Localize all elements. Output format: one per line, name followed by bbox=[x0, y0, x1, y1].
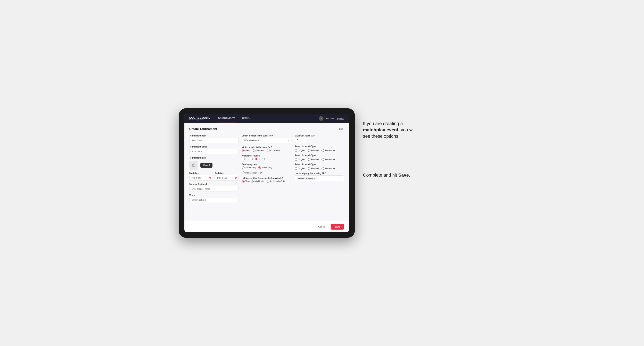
round3-match-type-group: Round 3 - Match Type Singles Fourball bbox=[295, 163, 344, 170]
individuals-only[interactable]: Individuals Only bbox=[267, 180, 285, 183]
scoring-match-label: Match Play bbox=[262, 167, 272, 169]
tournament-logo-group: Tournament logo Upload bbox=[189, 157, 239, 170]
sponsor-input[interactable] bbox=[189, 186, 239, 192]
scoring-stroke-play[interactable]: Stroke Play bbox=[242, 166, 256, 169]
round3-singles-label: Singles bbox=[298, 167, 305, 170]
annotations: If you are creating a matchplay event, y… bbox=[363, 108, 466, 178]
round-2-label: 2 bbox=[252, 158, 253, 160]
round-1[interactable]: 1 bbox=[242, 158, 247, 161]
max-team-size-input[interactable] bbox=[295, 138, 307, 143]
teams-plus-individuals[interactable]: Teams (+Individuals) bbox=[242, 180, 264, 183]
third-party-group: Use third-party live scoring API? Leader… bbox=[295, 172, 344, 181]
rounds-radio-group: 1 2 3 bbox=[242, 158, 291, 161]
round2-match-type-group: Round 2 - Match Type Singles Fourball bbox=[295, 154, 344, 161]
scoring-match-play[interactable]: Match Play bbox=[258, 166, 272, 169]
round1-singles[interactable]: Singles bbox=[295, 149, 305, 152]
form-col-middle: Which division is the event for? NCAA Di… bbox=[242, 135, 291, 203]
round1-fourball-label: Fourball bbox=[311, 149, 318, 152]
division-select[interactable]: NCAA Division I NCAA Division II NAIA bbox=[242, 138, 291, 143]
nav-tab-teams[interactable]: TEAMS bbox=[241, 114, 250, 123]
round2-foursomes-label: Foursomes bbox=[325, 158, 335, 161]
round2-singles[interactable]: Singles bbox=[295, 158, 305, 161]
round-4[interactable]: 4 bbox=[262, 158, 267, 161]
logo-placeholder bbox=[189, 161, 198, 170]
signout-link[interactable]: Sign out bbox=[337, 117, 344, 120]
tablet-screen: SCOREBOARD Powered by clippit TOURNAMENT… bbox=[184, 114, 349, 232]
round2-fourball[interactable]: Fourball bbox=[308, 158, 318, 161]
gender-radio-group: Mens Womens Combined bbox=[242, 149, 291, 152]
scoring-stroke-label: Stroke Play bbox=[246, 167, 256, 169]
division-select-wrapper: NCAA Division I NCAA Division II NAIA ▼ bbox=[242, 138, 291, 143]
round1-match-type-group: Round 1 - Match Type Singles Fourball bbox=[295, 145, 344, 152]
avatar: T bbox=[319, 116, 324, 121]
division-group: Which division is the event for? NCAA Di… bbox=[242, 135, 291, 143]
tournament-logo-label: Tournament logo bbox=[189, 157, 239, 159]
tournament-host-group: Tournament Host bbox=[189, 135, 239, 143]
nav-bar: SCOREBOARD Powered by clippit TOURNAMENT… bbox=[184, 114, 349, 123]
third-party-chevron-icon: ▼ bbox=[340, 177, 342, 179]
third-party-label: Use third-party live scoring API? bbox=[295, 172, 344, 174]
annotation-matchplay-text: If you are creating a matchplay event, y… bbox=[363, 121, 420, 139]
start-date-input[interactable] bbox=[189, 175, 213, 181]
annotation-save: Complete and hit Save. bbox=[363, 172, 466, 178]
gender-group: Which gender is the event for? Mens Wome… bbox=[242, 146, 291, 152]
tag-close-icon[interactable]: ✕ bbox=[314, 177, 315, 179]
page-header: Create Tournament ← Back bbox=[189, 127, 344, 131]
cancel-button[interactable]: Cancel bbox=[315, 224, 329, 230]
gender-mens[interactable]: Mens bbox=[242, 149, 250, 152]
round1-foursomes[interactable]: Foursomes bbox=[322, 149, 335, 152]
gender-combined[interactable]: Combined bbox=[267, 149, 280, 152]
save-button[interactable]: Save bbox=[331, 224, 344, 230]
rounds-label: Number of rounds bbox=[242, 155, 291, 157]
round1-fourball[interactable]: Fourball bbox=[308, 149, 318, 152]
round-2[interactable]: 2 bbox=[248, 158, 253, 161]
division-label: Which division is the event for? bbox=[242, 135, 291, 137]
teams-plus-label: Teams (+Individuals) bbox=[246, 180, 264, 182]
teams-group: Is this event for Teams and/or Individua… bbox=[242, 177, 291, 183]
round2-foursomes[interactable]: Foursomes bbox=[322, 158, 335, 161]
scoring-medal-match[interactable]: Medal Match Play bbox=[242, 172, 262, 174]
scoring-label: Scoring system bbox=[242, 163, 291, 166]
max-team-size-group: Maximum Team Size bbox=[295, 135, 344, 143]
start-date-wrapper: 📅 bbox=[189, 175, 213, 181]
round2-options: Singles Fourball Foursomes bbox=[295, 158, 344, 161]
venue-input[interactable] bbox=[189, 197, 239, 203]
gender-combined-label: Combined bbox=[270, 149, 280, 152]
sponsor-group: Sponsor (optional) bbox=[189, 183, 239, 192]
start-date-group: Start date 📅 bbox=[189, 172, 213, 181]
tournament-host-label: Tournament Host bbox=[189, 135, 239, 137]
tournament-host-input[interactable] bbox=[189, 138, 239, 143]
round-3-label: 3 bbox=[259, 158, 260, 160]
round1-options: Singles Fourball Foursomes bbox=[295, 149, 344, 152]
form-footer: Cancel Save bbox=[184, 221, 349, 232]
gender-womens[interactable]: Womens bbox=[253, 149, 264, 152]
third-party-tag: Leaderboard King ✕ bbox=[297, 177, 316, 180]
tournament-name-label: Tournament name bbox=[189, 146, 239, 148]
svg-point-1 bbox=[193, 164, 194, 165]
page-title: Create Tournament bbox=[189, 127, 217, 131]
round3-singles[interactable]: Singles bbox=[295, 167, 305, 170]
tournament-name-input[interactable] bbox=[189, 149, 239, 154]
round3-fourball[interactable]: Fourball bbox=[308, 167, 318, 170]
round3-foursomes[interactable]: Foursomes bbox=[322, 167, 335, 170]
gender-mens-label: Mens bbox=[246, 149, 250, 152]
third-party-select[interactable]: Leaderboard King ✕ ▼ bbox=[295, 175, 344, 181]
venue-group: Venue ▼ bbox=[189, 194, 239, 203]
round-4-label: 4 bbox=[266, 158, 267, 160]
upload-button[interactable]: Upload bbox=[200, 163, 213, 168]
max-team-size-label: Maximum Team Size bbox=[295, 135, 344, 137]
scoring-group: Scoring system Stroke Play Match Play bbox=[242, 163, 291, 174]
nav-tab-tournaments[interactable]: TOURNAMENTS bbox=[217, 114, 236, 123]
back-link[interactable]: ← Back bbox=[336, 128, 344, 130]
scoring-radio-group: Stroke Play Match Play Medal Match Play bbox=[242, 166, 291, 174]
teams-label: Is this event for Teams and/or Individua… bbox=[242, 177, 291, 179]
nav-logo: SCOREBOARD Powered by clippit bbox=[189, 116, 211, 121]
round-3[interactable]: 3 bbox=[255, 158, 260, 161]
dates-group: Start date 📅 End date bbox=[189, 172, 239, 181]
annotation-matchplay: If you are creating a matchplay event, y… bbox=[363, 121, 466, 139]
content-area: Create Tournament ← Back Tournament Host… bbox=[184, 123, 349, 221]
end-date-input[interactable] bbox=[215, 175, 239, 181]
gender-womens-label: Womens bbox=[256, 149, 264, 152]
end-date-label: End date bbox=[215, 172, 239, 174]
rounds-group: Number of rounds 1 2 bbox=[242, 155, 291, 161]
